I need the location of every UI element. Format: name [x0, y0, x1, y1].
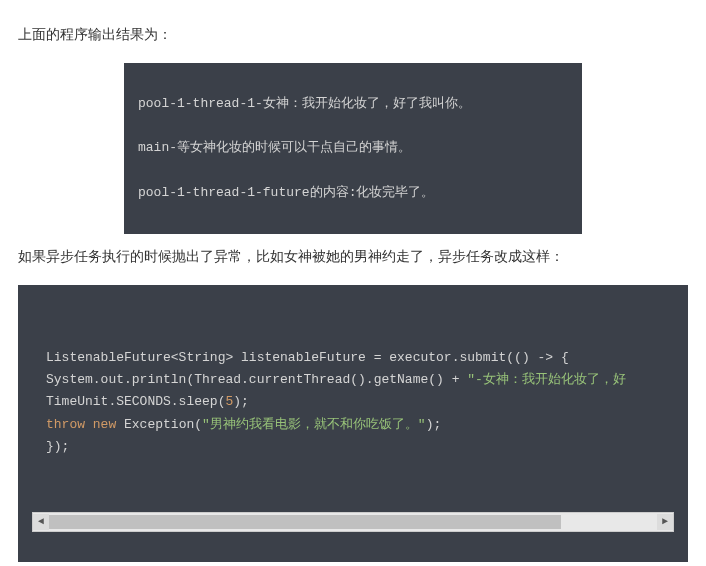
code-block-wrap: ListenableFuture<String> listenableFutur… — [18, 285, 688, 562]
code-line: }); — [46, 436, 660, 458]
paragraph-intro-2: 如果异步任务执行的时候抛出了异常，比如女神被她的男神约走了，异步任务改成这样： — [18, 244, 688, 269]
code-line: throw new Exception("男神约我看电影，就不和你吃饭了。"); — [46, 414, 660, 436]
output-line: main-等女神化妆的时候可以干点自己的事情。 — [138, 137, 568, 159]
code-block-2: ListenableFuture<String> listenableFutur… — [32, 337, 674, 467]
code-line: System.out.println(Thread.currentThread(… — [46, 369, 660, 391]
code-line: TimeUnit.SECONDS.sleep(5); — [46, 391, 660, 413]
horizontal-scrollbar[interactable]: ◄ ► — [32, 512, 674, 532]
scroll-thumb[interactable] — [49, 515, 561, 529]
scroll-left-arrow-icon[interactable]: ◄ — [33, 514, 49, 530]
code-line: ListenableFuture<String> listenableFutur… — [46, 347, 660, 369]
output-block-1: pool-1-thread-1-女神：我开始化妆了，好了我叫你。 main-等女… — [124, 63, 582, 234]
paragraph-intro-1: 上面的程序输出结果为： — [18, 22, 688, 47]
scroll-right-arrow-icon[interactable]: ► — [657, 514, 673, 530]
output-line: pool-1-thread-1-future的内容:化妆完毕了。 — [138, 182, 568, 204]
output-line: pool-1-thread-1-女神：我开始化妆了，好了我叫你。 — [138, 93, 568, 115]
